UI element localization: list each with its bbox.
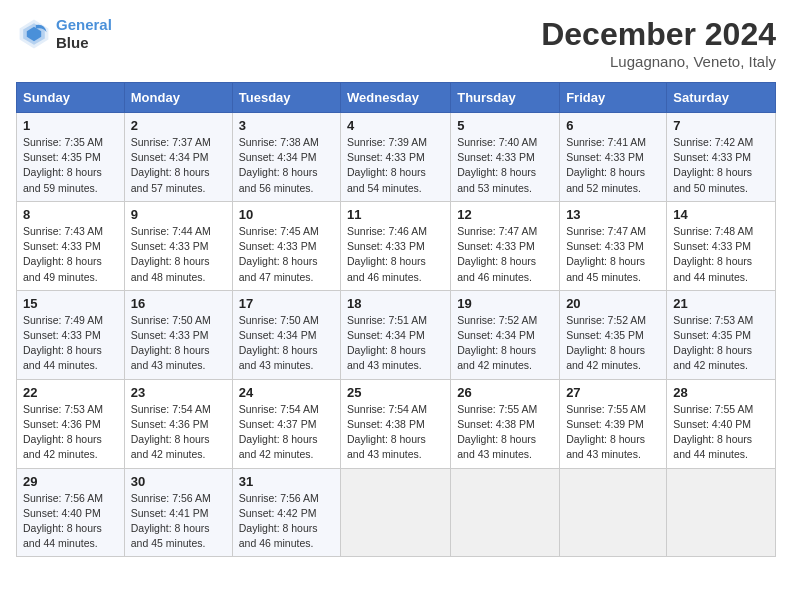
sunrise-label: Sunrise: 7:51 AM [347, 314, 427, 326]
sunrise-label: Sunrise: 7:52 AM [566, 314, 646, 326]
day-info: Sunrise: 7:47 AM Sunset: 4:33 PM Dayligh… [566, 224, 660, 285]
sunset-label: Sunset: 4:34 PM [457, 329, 535, 341]
table-row: 21 Sunrise: 7:53 AM Sunset: 4:35 PM Dayl… [667, 290, 776, 379]
sunrise-label: Sunrise: 7:43 AM [23, 225, 103, 237]
sunrise-label: Sunrise: 7:56 AM [239, 492, 319, 504]
sunset-label: Sunset: 4:33 PM [131, 240, 209, 252]
col-wednesday: Wednesday [341, 83, 451, 113]
sunset-label: Sunset: 4:36 PM [23, 418, 101, 430]
day-number: 24 [239, 385, 334, 400]
table-row: 2 Sunrise: 7:37 AM Sunset: 4:34 PM Dayli… [124, 113, 232, 202]
day-info: Sunrise: 7:55 AM Sunset: 4:39 PM Dayligh… [566, 402, 660, 463]
table-row: 17 Sunrise: 7:50 AM Sunset: 4:34 PM Dayl… [232, 290, 340, 379]
sunrise-label: Sunrise: 7:47 AM [566, 225, 646, 237]
day-number: 9 [131, 207, 226, 222]
day-info: Sunrise: 7:41 AM Sunset: 4:33 PM Dayligh… [566, 135, 660, 196]
daylight-label: Daylight: 8 hours and 45 minutes. [131, 522, 210, 549]
table-row [451, 468, 560, 557]
table-row: 7 Sunrise: 7:42 AM Sunset: 4:33 PM Dayli… [667, 113, 776, 202]
daylight-label: Daylight: 8 hours and 42 minutes. [566, 344, 645, 371]
table-row: 31 Sunrise: 7:56 AM Sunset: 4:42 PM Dayl… [232, 468, 340, 557]
table-row: 14 Sunrise: 7:48 AM Sunset: 4:33 PM Dayl… [667, 201, 776, 290]
day-info: Sunrise: 7:53 AM Sunset: 4:35 PM Dayligh… [673, 313, 769, 374]
day-info: Sunrise: 7:48 AM Sunset: 4:33 PM Dayligh… [673, 224, 769, 285]
sunset-label: Sunset: 4:33 PM [347, 240, 425, 252]
sunrise-label: Sunrise: 7:52 AM [457, 314, 537, 326]
sunset-label: Sunset: 4:34 PM [131, 151, 209, 163]
sunset-label: Sunset: 4:33 PM [457, 151, 535, 163]
page-header: General Blue December 2024 Lugagnano, Ve… [16, 16, 776, 70]
day-number: 29 [23, 474, 118, 489]
daylight-label: Daylight: 8 hours and 48 minutes. [131, 255, 210, 282]
sunrise-label: Sunrise: 7:37 AM [131, 136, 211, 148]
day-number: 6 [566, 118, 660, 133]
daylight-label: Daylight: 8 hours and 59 minutes. [23, 166, 102, 193]
sunrise-label: Sunrise: 7:48 AM [673, 225, 753, 237]
day-number: 10 [239, 207, 334, 222]
sunrise-label: Sunrise: 7:45 AM [239, 225, 319, 237]
calendar-header-row: Sunday Monday Tuesday Wednesday Thursday… [17, 83, 776, 113]
col-tuesday: Tuesday [232, 83, 340, 113]
table-row: 16 Sunrise: 7:50 AM Sunset: 4:33 PM Dayl… [124, 290, 232, 379]
sunset-label: Sunset: 4:38 PM [457, 418, 535, 430]
daylight-label: Daylight: 8 hours and 52 minutes. [566, 166, 645, 193]
daylight-label: Daylight: 8 hours and 44 minutes. [23, 344, 102, 371]
day-number: 12 [457, 207, 553, 222]
day-number: 19 [457, 296, 553, 311]
day-number: 17 [239, 296, 334, 311]
sunrise-label: Sunrise: 7:44 AM [131, 225, 211, 237]
daylight-label: Daylight: 8 hours and 54 minutes. [347, 166, 426, 193]
sunrise-label: Sunrise: 7:39 AM [347, 136, 427, 148]
calendar-week-row: 15 Sunrise: 7:49 AM Sunset: 4:33 PM Dayl… [17, 290, 776, 379]
day-number: 31 [239, 474, 334, 489]
sunrise-label: Sunrise: 7:50 AM [239, 314, 319, 326]
sunrise-label: Sunrise: 7:40 AM [457, 136, 537, 148]
day-info: Sunrise: 7:54 AM Sunset: 4:38 PM Dayligh… [347, 402, 444, 463]
day-info: Sunrise: 7:49 AM Sunset: 4:33 PM Dayligh… [23, 313, 118, 374]
daylight-label: Daylight: 8 hours and 53 minutes. [457, 166, 536, 193]
day-number: 5 [457, 118, 553, 133]
day-number: 16 [131, 296, 226, 311]
day-number: 8 [23, 207, 118, 222]
day-info: Sunrise: 7:53 AM Sunset: 4:36 PM Dayligh… [23, 402, 118, 463]
day-number: 27 [566, 385, 660, 400]
sunset-label: Sunset: 4:33 PM [566, 240, 644, 252]
sunset-label: Sunset: 4:35 PM [566, 329, 644, 341]
calendar-table: Sunday Monday Tuesday Wednesday Thursday… [16, 82, 776, 557]
sunrise-label: Sunrise: 7:38 AM [239, 136, 319, 148]
sunset-label: Sunset: 4:36 PM [131, 418, 209, 430]
daylight-label: Daylight: 8 hours and 45 minutes. [566, 255, 645, 282]
table-row: 15 Sunrise: 7:49 AM Sunset: 4:33 PM Dayl… [17, 290, 125, 379]
day-number: 1 [23, 118, 118, 133]
table-row: 28 Sunrise: 7:55 AM Sunset: 4:40 PM Dayl… [667, 379, 776, 468]
sunset-label: Sunset: 4:42 PM [239, 507, 317, 519]
table-row: 23 Sunrise: 7:54 AM Sunset: 4:36 PM Dayl… [124, 379, 232, 468]
day-number: 13 [566, 207, 660, 222]
sunset-label: Sunset: 4:40 PM [673, 418, 751, 430]
sunset-label: Sunset: 4:33 PM [131, 329, 209, 341]
day-info: Sunrise: 7:56 AM Sunset: 4:41 PM Dayligh… [131, 491, 226, 552]
day-number: 15 [23, 296, 118, 311]
title-block: December 2024 Lugagnano, Veneto, Italy [541, 16, 776, 70]
day-info: Sunrise: 7:51 AM Sunset: 4:34 PM Dayligh… [347, 313, 444, 374]
day-info: Sunrise: 7:55 AM Sunset: 4:40 PM Dayligh… [673, 402, 769, 463]
sunrise-label: Sunrise: 7:35 AM [23, 136, 103, 148]
day-info: Sunrise: 7:47 AM Sunset: 4:33 PM Dayligh… [457, 224, 553, 285]
sunset-label: Sunset: 4:34 PM [239, 151, 317, 163]
sunset-label: Sunset: 4:38 PM [347, 418, 425, 430]
day-info: Sunrise: 7:50 AM Sunset: 4:33 PM Dayligh… [131, 313, 226, 374]
logo-text-line1: General [56, 16, 112, 34]
day-number: 25 [347, 385, 444, 400]
day-info: Sunrise: 7:44 AM Sunset: 4:33 PM Dayligh… [131, 224, 226, 285]
calendar-week-row: 1 Sunrise: 7:35 AM Sunset: 4:35 PM Dayli… [17, 113, 776, 202]
sunrise-label: Sunrise: 7:41 AM [566, 136, 646, 148]
page-title: December 2024 [541, 16, 776, 53]
table-row [560, 468, 667, 557]
day-info: Sunrise: 7:45 AM Sunset: 4:33 PM Dayligh… [239, 224, 334, 285]
table-row: 29 Sunrise: 7:56 AM Sunset: 4:40 PM Dayl… [17, 468, 125, 557]
day-number: 30 [131, 474, 226, 489]
daylight-label: Daylight: 8 hours and 43 minutes. [347, 433, 426, 460]
table-row: 19 Sunrise: 7:52 AM Sunset: 4:34 PM Dayl… [451, 290, 560, 379]
daylight-label: Daylight: 8 hours and 42 minutes. [23, 433, 102, 460]
day-info: Sunrise: 7:37 AM Sunset: 4:34 PM Dayligh… [131, 135, 226, 196]
